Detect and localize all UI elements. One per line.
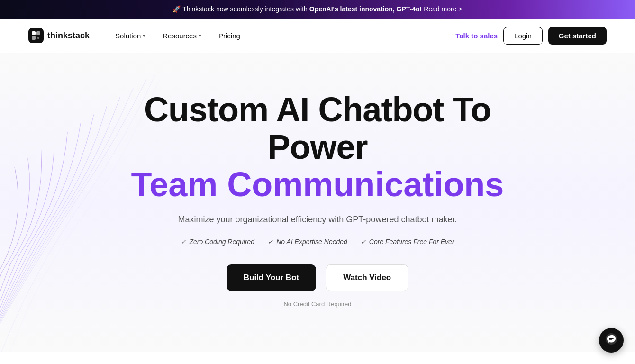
feature-check-2: ✓ No AI Expertise Needed <box>268 238 347 246</box>
announcement-text: 🚀 Thinkstack now seamlessly integrates w… <box>172 5 462 13</box>
check-icon-2: ✓ <box>268 238 273 246</box>
read-more-link[interactable]: Read more > <box>422 5 462 13</box>
hero-section: .wave { fill: none; stroke-width: 1; opa… <box>0 53 635 352</box>
nav-resources[interactable]: Resources ▾ <box>156 28 208 44</box>
solution-chevron-icon: ▾ <box>143 33 145 39</box>
navbar: thinkstack Solution ▾ Resources ▾ Pricin… <box>0 19 635 53</box>
navbar-left: thinkstack Solution ▾ Resources ▾ Pricin… <box>28 28 247 44</box>
build-bot-button[interactable]: Build Your Bot <box>227 264 316 291</box>
logo-text: thinkstack <box>47 31 90 41</box>
resources-chevron-icon: ▾ <box>199 33 201 39</box>
get-started-button[interactable]: Get started <box>548 27 607 45</box>
login-button[interactable]: Login <box>503 27 543 45</box>
nav-pricing[interactable]: Pricing <box>212 28 247 44</box>
feature-checks: ✓ Zero Coding Required ✓ No AI Expertise… <box>104 238 531 246</box>
hero-title-line1: Custom AI Chatbot To Power <box>144 91 491 166</box>
check-icon-3: ✓ <box>361 238 366 246</box>
no-credit-card-label: No Credit Card Required <box>283 300 351 308</box>
svg-rect-1 <box>36 31 40 35</box>
feature-check-1: ✓ Zero Coding Required <box>181 238 254 246</box>
chat-widget-button[interactable] <box>599 328 624 353</box>
feature-check-3: ✓ Core Features Free For Ever <box>361 238 454 246</box>
nav-solution[interactable]: Solution ▾ <box>109 28 152 44</box>
hero-subtitle: Maximize your organizational efficiency … <box>104 215 531 225</box>
nav-links: Solution ▾ Resources ▾ Pricing <box>109 28 247 44</box>
hero-title-accent: Team Communications <box>104 166 531 203</box>
navbar-right: Talk to sales Login Get started <box>455 27 607 45</box>
svg-rect-2 <box>32 36 36 40</box>
hero-title: Custom AI Chatbot To Power Team Communic… <box>104 91 531 204</box>
cta-buttons: Build Your Bot Watch Video No Credit Car… <box>104 264 531 308</box>
announcement-bar: 🚀 Thinkstack now seamlessly integrates w… <box>0 0 635 19</box>
hero-content: Custom AI Chatbot To Power Team Communic… <box>104 91 531 313</box>
chat-widget-icon <box>605 333 617 348</box>
svg-rect-0 <box>32 31 36 35</box>
logo[interactable]: thinkstack <box>28 28 90 43</box>
watch-video-button[interactable]: Watch Video <box>326 264 408 291</box>
svg-rect-3 <box>37 37 39 39</box>
check-icon-1: ✓ <box>181 238 186 246</box>
cta-row: Build Your Bot Watch Video <box>227 264 409 291</box>
logo-icon <box>28 28 44 43</box>
talk-to-sales-link[interactable]: Talk to sales <box>455 32 498 40</box>
